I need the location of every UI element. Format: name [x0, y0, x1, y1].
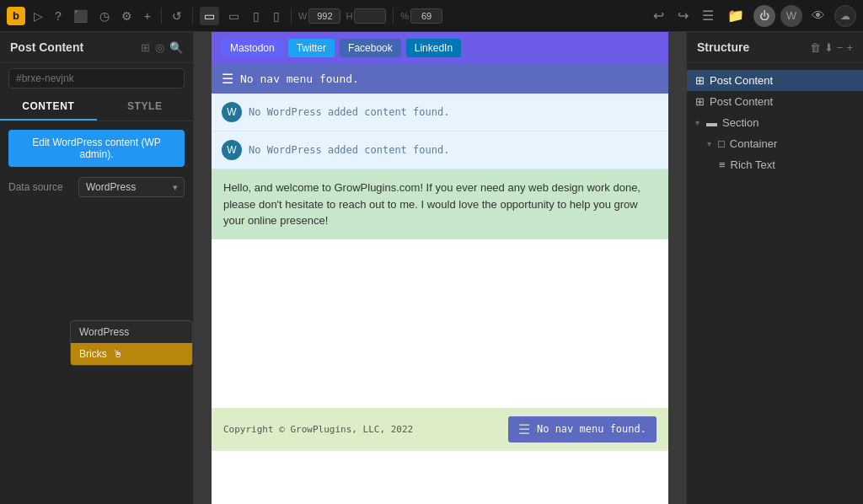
right-panel-icons: 🗑 ⬇ − + [810, 41, 853, 54]
welcome-text-block: Hello, and welcome to GrowPlugins.com! I… [212, 169, 668, 239]
nav-bar: ☰ No nav menu found. [212, 64, 668, 94]
data-source-select[interactable]: WordPress Bricks [78, 177, 185, 197]
data-source-label: Data source [8, 181, 72, 193]
twitter-btn[interactable]: Twitter [288, 39, 335, 57]
tablet-portrait-btn[interactable]: ▯ [249, 7, 264, 25]
footer-copyright: Copyright © GrowPlugins, LLC, 2022 [223, 424, 413, 435]
settings-icon[interactable]: ⚙ [118, 8, 136, 24]
panel-search-icon[interactable]: 🔍 [169, 41, 183, 54]
container-toggle[interactable]: ▾ [707, 139, 711, 148]
trash-icon[interactable]: 🗑 [810, 41, 821, 54]
add-icon[interactable]: + [141, 8, 154, 24]
folder-btn[interactable]: 📁 [723, 5, 748, 26]
tree-item-container[interactable]: ▾ □ Container [687, 133, 863, 154]
tree-label-post-content-2: Post Content [710, 95, 855, 108]
panel-content: Edit WordPress content (WP admin). Data … [0, 121, 193, 504]
tree-label-container: Container [730, 137, 855, 150]
panel-search [0, 63, 193, 94]
section-toggle[interactable]: ▾ [695, 118, 700, 127]
dropdown-item-bricks[interactable]: Bricks 🖱 [71, 343, 192, 365]
play-icon[interactable]: ▷ [30, 8, 46, 24]
separator-2 [192, 8, 193, 24]
separator-4 [393, 8, 394, 24]
panel-title: Post Content [10, 40, 83, 54]
mastodon-btn[interactable]: Mastodon [222, 39, 283, 57]
canvas-frame: Mastodon Twitter Facebook LinkedIn ☰ No … [212, 32, 668, 504]
tree-item-section[interactable]: ▾ ▬ Section [687, 112, 863, 133]
right-panel: Structure 🗑 ⬇ − + ⊞ Post Content ⊞ Post … [686, 32, 863, 504]
undo-btn[interactable]: ↩ [649, 5, 668, 26]
wp-message-2: No WordPress added content found. [249, 144, 449, 156]
tree-item-post-content-1[interactable]: ⊞ Post Content [687, 70, 863, 91]
footer-hamburger-icon: ☰ [518, 421, 530, 437]
wp-content-block-1: W No WordPress added content found. [212, 94, 668, 131]
eye-btn[interactable]: 👁 [807, 6, 829, 26]
welcome-text: Hello, and welcome to GrowPlugins.com! I… [223, 181, 641, 227]
panel-icon-2[interactable]: ◎ [155, 41, 164, 54]
power-btn[interactable]: ⏻ [753, 5, 775, 27]
tree-label-section: Section [722, 116, 855, 129]
structure-btn[interactable]: ☰ [698, 5, 718, 26]
zoom-input[interactable] [410, 8, 442, 24]
canvas-footer: Copyright © GrowPlugins, LLC, 2022 ☰ No … [212, 408, 668, 451]
panel-header: Post Content ⊞ ◎ 🔍 [0, 32, 193, 63]
tab-content[interactable]: CONTENT [0, 94, 97, 121]
search-input[interactable] [8, 68, 185, 88]
zoom-input-group: % [400, 8, 442, 24]
structure-tree: ⊞ Post Content ⊞ Post Content ▾ ▬ Sectio… [687, 63, 863, 182]
tree-item-rich-text[interactable]: ≡ Rich Text [687, 154, 863, 175]
tab-style[interactable]: STYLE [97, 94, 194, 121]
refresh-icon[interactable]: ↺ [169, 8, 185, 24]
help-icon[interactable]: ? [51, 8, 65, 24]
nav-text: No nav menu found. [240, 72, 359, 85]
left-panel: Post Content ⊞ ◎ 🔍 CONTENT STYLE Edit Wo… [0, 32, 194, 504]
plus-icon[interactable]: + [846, 41, 853, 54]
post-content-icon-2: ⊞ [695, 95, 705, 108]
panel-tabs: CONTENT STYLE [0, 94, 193, 121]
mobile-device-btn[interactable]: ▯ [269, 7, 284, 25]
separator-3 [291, 8, 292, 24]
tablet-device-btn[interactable]: ▭ [224, 7, 244, 25]
height-input-group: H [346, 8, 386, 24]
linkedin-btn[interactable]: LinkedIn [406, 39, 461, 57]
social-bar: Mastodon Twitter Facebook LinkedIn [212, 32, 668, 64]
desktop-device-btn[interactable]: ▭ [200, 7, 219, 25]
tree-label-rich-text: Rich Text [731, 158, 855, 171]
height-input[interactable] [354, 8, 386, 24]
separator-1 [161, 8, 162, 24]
wp-logo-2: W [222, 140, 242, 160]
container-icon: □ [718, 137, 725, 150]
panel-icon-1[interactable]: ⊞ [141, 41, 150, 54]
width-input[interactable] [308, 8, 340, 24]
wp-message-1: No WordPress added content found. [249, 106, 449, 118]
download-icon[interactable]: ⬇ [824, 41, 834, 54]
right-panel-header: Structure 🗑 ⬇ − + [687, 32, 863, 63]
width-input-group: W [298, 8, 340, 24]
rich-text-icon: ≡ [719, 158, 726, 171]
edit-wp-content-button[interactable]: Edit WordPress content (WP admin). [8, 130, 185, 167]
footer-nav-text: No nav menu found. [537, 423, 646, 435]
tree-label-post-content-1: Post Content [710, 74, 855, 87]
data-source-row: Data source WordPress Bricks [8, 177, 185, 197]
canvas-area: Mastodon Twitter Facebook LinkedIn ☰ No … [194, 32, 686, 504]
cloud-btn[interactable]: ☁ [834, 5, 856, 27]
facebook-btn[interactable]: Facebook [340, 39, 401, 57]
main-layout: Post Content ⊞ ◎ 🔍 CONTENT STYLE Edit Wo… [0, 32, 863, 504]
wordpress-btn[interactable]: W [780, 5, 802, 27]
wp-logo-1: W [222, 102, 242, 122]
dropdown-item-wordpress[interactable]: WordPress [71, 321, 192, 343]
panel-header-icons: ⊞ ◎ 🔍 [141, 41, 183, 54]
height-label: H [346, 11, 352, 21]
hamburger-icon: ☰ [222, 71, 233, 87]
save-icon[interactable]: ⬛ [70, 8, 91, 24]
cursor-indicator: 🖱 [113, 348, 123, 360]
redo-btn[interactable]: ↪ [673, 5, 693, 26]
history-icon[interactable]: ◷ [96, 8, 113, 24]
tree-item-post-content-2[interactable]: ⊞ Post Content [687, 91, 863, 112]
bricks-logo[interactable]: b [7, 7, 25, 25]
wp-content-block-2: W No WordPress added content found. [212, 131, 668, 169]
data-source-dropdown[interactable]: WordPress Bricks 🖱 [70, 320, 193, 366]
section-icon: ▬ [706, 116, 717, 129]
minus-icon[interactable]: − [837, 41, 844, 54]
footer-nav: ☰ No nav menu found. [508, 416, 657, 442]
